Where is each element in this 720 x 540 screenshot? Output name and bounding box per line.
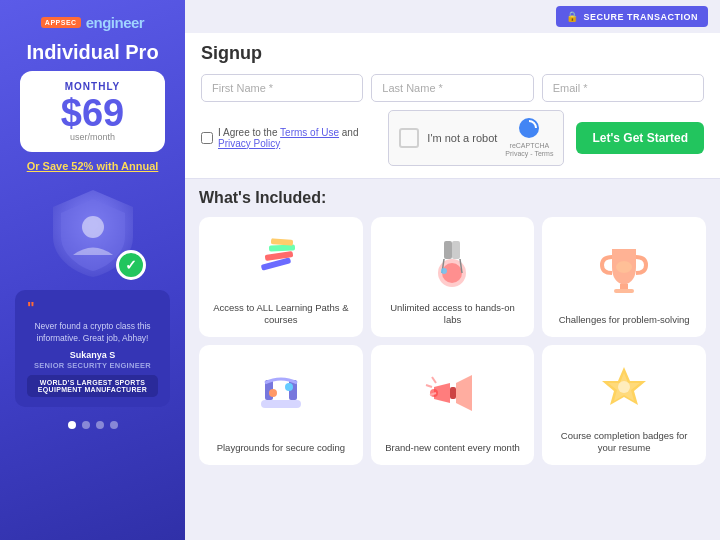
logo-text-part2: neer [114,14,144,31]
svg-rect-14 [614,289,634,293]
svg-point-12 [441,268,447,274]
company-text: WORLD'S LARGEST SPORTS EQUIPMENT MANUFAC… [35,379,150,393]
feature-label-0: Access to ALL Learning Paths & courses [209,302,353,327]
agree-checkbox-area: I Agree to the Terms of Use and Privacy … [201,127,376,149]
agree-label: I Agree to the Terms of Use and Privacy … [218,127,376,149]
svg-point-20 [285,383,293,391]
lock-icon: 🔒 [566,11,579,22]
email-input[interactable] [542,74,704,102]
svg-rect-7 [452,241,460,259]
save-link[interactable]: Or Save 52% with Annual [27,160,159,172]
lab-icon [422,231,482,291]
shield-area: ✓ [38,182,148,282]
feature-label-5: Course completion badges for your resume [552,430,696,455]
megaphone-icon [422,365,482,425]
pricing-sub: user/month [36,132,149,142]
badge-icon-area [594,357,654,422]
logo-text-part1: engi [86,14,115,31]
feature-card-books: Access to ALL Learning Paths & courses [199,217,363,337]
trophy-icon-area [594,229,654,307]
dot-1[interactable] [68,421,76,429]
dots-nav [68,421,118,429]
form-section: Signup I Agree to the Terms of Use and P… [185,33,720,179]
trophy-icon [594,237,654,297]
sidebar: APPSEC engineer Individual Pro MONTHLY $… [0,0,185,540]
form-title: Signup [201,43,704,64]
company-badge: WORLD'S LARGEST SPORTS EQUIPMENT MANUFAC… [27,375,158,397]
quote-icon: " [27,300,158,318]
feature-label-2: Challenges for problem-solving [559,314,690,326]
svg-point-19 [269,389,277,397]
pricing-label: MONTHLY [36,81,149,92]
megaphone-icon-area [422,357,482,435]
svg-point-0 [82,216,104,238]
privacy-link[interactable]: Privacy Policy [218,138,280,149]
lab-icon-area [422,229,482,294]
svg-rect-21 [450,387,456,399]
playground-icon [251,365,311,425]
testimonial-name: Sukanya S [27,350,158,360]
feature-label-1: Unlimited access to hands-on labs [381,302,525,327]
captcha-logo: reCAPTCHAPrivacy - Terms [505,117,553,159]
logo-area: APPSEC engineer [41,14,144,31]
secure-label: SECURE TRANSACTION [583,12,698,22]
svg-point-15 [616,261,632,273]
svg-line-23 [432,377,436,383]
first-name-input[interactable] [201,74,363,102]
svg-rect-5 [271,238,293,246]
form-bottom-row: I Agree to the Terms of Use and Privacy … [201,110,704,166]
svg-rect-16 [261,400,301,408]
top-bar: 🔒 SECURE TRANSACTION [185,0,720,33]
captcha-checkbox[interactable] [399,128,419,148]
svg-rect-6 [444,241,452,259]
pricing-amount: $69 [36,94,149,132]
books-icon-area [251,229,311,294]
agree-text: I Agree to the [218,127,280,138]
form-name-row [201,74,704,102]
logo-text: engineer [86,14,145,31]
captcha-text: I'm not a robot [427,132,497,144]
terms-link[interactable]: Terms of Use [280,127,339,138]
feature-label-4: Brand-new content every month [385,442,520,454]
books-icon [251,231,311,291]
last-name-input[interactable] [371,74,533,102]
dot-3[interactable] [96,421,104,429]
feature-card-megaphone: Brand-new content every month [371,345,535,465]
feature-card-lab: Unlimited access to hands-on labs [371,217,535,337]
start-button[interactable]: Let's Get Started [576,122,704,154]
testimonial-role: SENIOR SECURITY ENGINEER [27,361,158,370]
whats-included-section: What's Included: Access to ALL Learning … [185,179,720,540]
captcha-sub: reCAPTCHAPrivacy - Terms [505,142,553,159]
shield-check-icon: ✓ [116,250,146,280]
playground-icon-area [251,357,311,435]
feature-card-badge: Course completion badges for your resume [542,345,706,465]
feature-card-trophy: Challenges for problem-solving [542,217,706,337]
captcha-area[interactable]: I'm not a robot reCAPTCHAPrivacy - Terms [388,110,564,166]
and-text: and [339,127,358,138]
agree-checkbox[interactable] [201,132,213,144]
feature-label-3: Playgrounds for secure coding [217,442,345,454]
svg-point-28 [618,381,630,393]
feature-card-playground: Playgrounds for secure coding [199,345,363,465]
section-title: What's Included: [199,189,706,207]
testimonial-card: " Never found a crypto class this inform… [15,290,170,407]
product-title: Individual Pro [26,41,158,63]
logo-badge: APPSEC [41,17,81,28]
features-grid: Access to ALL Learning Paths & courses [199,217,706,465]
pricing-card: MONTHLY $69 user/month [20,71,165,152]
svg-line-24 [426,385,432,387]
testimonial-text: Never found a crypto class this informat… [27,321,158,345]
secure-badge: 🔒 SECURE TRANSACTION [556,6,708,27]
badge-icon [594,359,654,419]
dot-4[interactable] [110,421,118,429]
main-content: 🔒 SECURE TRANSACTION Signup I Agree to t… [185,0,720,540]
dot-2[interactable] [82,421,90,429]
